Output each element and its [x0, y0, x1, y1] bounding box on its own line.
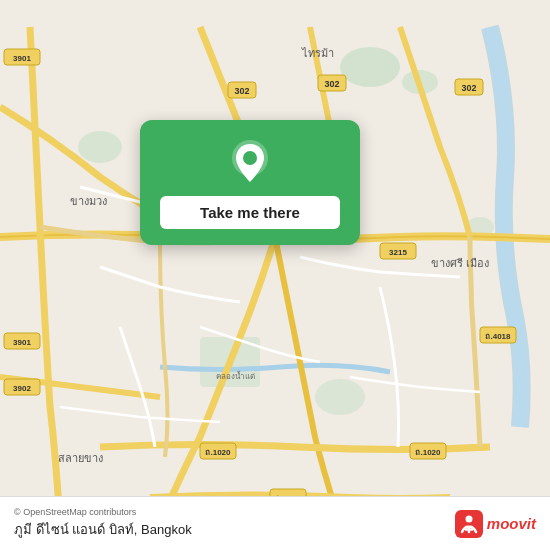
svg-text:ขางมวง: ขางมวง — [70, 195, 107, 207]
svg-point-38 — [465, 515, 472, 522]
svg-text:302: 302 — [234, 86, 249, 96]
svg-text:ขางศรี เมือง: ขางศรี เมือง — [431, 257, 489, 269]
bottom-left-info: © OpenStreetMap contributors ภูมี ดีไซน์… — [14, 507, 192, 540]
svg-text:คลองน้ำแต่: คลองน้ำแต่ — [216, 370, 255, 381]
svg-point-5 — [315, 379, 365, 415]
svg-text:302: 302 — [461, 83, 476, 93]
svg-text:ถ.1020: ถ.1020 — [205, 448, 231, 457]
svg-text:สลายขาง: สลายขาง — [58, 452, 103, 464]
svg-rect-37 — [455, 510, 483, 538]
location-name: ภูมี ดีไซน์ แอนด์ บิลท์, Bangkok — [14, 519, 192, 540]
svg-point-0 — [340, 47, 400, 87]
location-pin-icon — [226, 138, 274, 186]
svg-text:ถ.1020: ถ.1020 — [415, 448, 441, 457]
svg-text:3902: 3902 — [13, 384, 31, 393]
bottom-bar: © OpenStreetMap contributors ภูมี ดีไซน์… — [0, 496, 550, 550]
osm-attribution: © OpenStreetMap contributors — [14, 507, 192, 517]
svg-text:ไทรม้า: ไทรม้า — [301, 47, 334, 59]
svg-text:ถ.4018: ถ.4018 — [485, 332, 511, 341]
svg-text:3901: 3901 — [13, 54, 31, 63]
map-container: 302 302 302 3215 3215 3901 3901 3902 ถ.1… — [0, 0, 550, 550]
take-me-there-button[interactable]: Take me there — [160, 196, 340, 229]
svg-point-36 — [243, 151, 257, 165]
map-svg: 302 302 302 3215 3215 3901 3901 3902 ถ.1… — [0, 0, 550, 550]
svg-text:302: 302 — [324, 79, 339, 89]
svg-text:3215: 3215 — [389, 248, 407, 257]
moovit-logo: moovit — [455, 510, 536, 538]
svg-point-2 — [78, 131, 122, 163]
moovit-icon — [455, 510, 483, 538]
svg-text:3901: 3901 — [13, 338, 31, 347]
moovit-brand-name: moovit — [487, 515, 536, 532]
location-card: Take me there — [140, 120, 360, 245]
